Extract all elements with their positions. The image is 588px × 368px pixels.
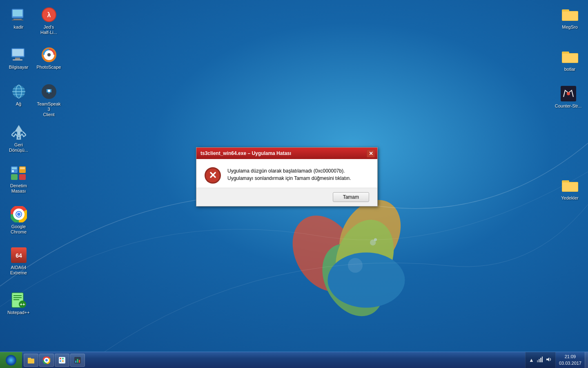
svg-rect-17 [15, 58, 20, 59]
teamspeak-label: TeamSpeak 3 Client [35, 101, 62, 118]
taskbar-chrome[interactable] [39, 354, 54, 367]
desktop-icon-aida64[interactable]: 64 AIDA64 Extreme [3, 245, 34, 277]
counter-icon [560, 85, 577, 102]
svg-point-21 [47, 53, 51, 56]
svg-rect-16 [12, 49, 24, 56]
denetim-icon [11, 165, 27, 182]
svg-rect-33 [20, 167, 25, 169]
desktop-icon-botlar[interactable]: botlar [555, 47, 585, 74]
svg-rect-45 [13, 297, 22, 298]
svg-point-67 [60, 360, 61, 362]
botlar-label: botlar [564, 67, 576, 72]
svg-point-56 [567, 92, 570, 95]
desktop-icon-denetim[interactable]: Denetim Masası [3, 164, 34, 195]
dialog-title: ts3client_win64.exe – Uygulama Hatası [200, 150, 291, 156]
desktop-icon-counter[interactable]: Counter-Str... [553, 84, 584, 110]
error-message: Uygulama düzgün olarak başlatılamadı (0x… [227, 167, 369, 182]
recycle-icon [11, 124, 27, 141]
error-dialog: ts3client_win64.exe – Uygulama Hatası ✕ … [196, 147, 378, 206]
svg-rect-74 [539, 359, 540, 362]
svg-rect-11 [12, 20, 23, 20]
svg-text:λ: λ [47, 11, 51, 18]
ag-icon [11, 83, 27, 100]
svg-rect-72 [79, 360, 80, 363]
svg-rect-70 [75, 361, 76, 363]
desktop-icon-ag[interactable]: Ağ [3, 82, 34, 108]
svg-rect-61 [28, 358, 31, 359]
dialog-close-button[interactable]: ✕ [367, 149, 375, 157]
jeds-icon: λ [41, 7, 57, 23]
bilgisayar-icon [11, 47, 27, 63]
svg-text:64: 64 [16, 252, 22, 259]
svg-rect-51 [562, 11, 578, 20]
clock-date: 03.03.2017 [559, 360, 581, 366]
taskbar-explorer[interactable] [24, 354, 38, 367]
svg-point-28 [48, 90, 50, 92]
svg-rect-46 [13, 299, 19, 300]
recycle-label: Geri Dönüşü... [9, 142, 28, 153]
desktop-icon-kadir[interactable]: kadir [3, 5, 34, 31]
photoscape-label: PhotoScape [37, 65, 61, 70]
start-button[interactable] [0, 352, 22, 368]
kadir-label: kadir [14, 25, 24, 30]
svg-point-66 [62, 358, 64, 359]
aida64-label: AIDA64 Extreme [10, 265, 27, 276]
desktop-icon-photoscape[interactable]: PhotoScape [33, 45, 64, 72]
svg-rect-76 [542, 357, 543, 362]
desktop-icon-notepadpp[interactable]: ++ Notepad++ [3, 290, 34, 317]
dialog-ok-button[interactable]: Tamam [333, 192, 369, 202]
taskbar-paint[interactable] [55, 354, 69, 367]
dialog-body: ✕ Uygulama düzgün olarak başlatılamadı (… [196, 159, 377, 188]
svg-rect-54 [562, 54, 578, 63]
svg-rect-44 [13, 295, 22, 296]
megsro-icon [562, 7, 578, 23]
chrome-label: Google Chrome [11, 224, 27, 235]
desktop-icon-yedekler[interactable]: Yedekler [555, 176, 585, 202]
svg-rect-34 [11, 174, 18, 180]
svg-rect-35 [19, 174, 26, 180]
desktop-icon-jeds[interactable]: λ Jed's Half-Li... [33, 5, 64, 37]
kadir-icon [11, 7, 27, 23]
chrome-icon [11, 206, 27, 222]
desktop-icon-bilgisayar[interactable]: Bilgisayar [3, 45, 34, 72]
svg-rect-18 [13, 59, 22, 61]
aida64-icon: 64 [11, 247, 27, 263]
taskbar-items [24, 352, 525, 368]
desktop-icon-recycle[interactable]: Geri Dönüşü... [3, 123, 34, 155]
svg-rect-73 [537, 360, 538, 362]
svg-rect-71 [77, 359, 78, 363]
counter-label: Counter-Str... [555, 103, 581, 109]
desktop-icon-megsro[interactable]: MegSro [555, 5, 585, 31]
dialog-titlebar[interactable]: ts3client_win64.exe – Uygulama Hatası ✕ [196, 148, 377, 159]
svg-point-68 [62, 360, 64, 362]
desktop: kadir λ Jed's Half-Li... [0, 0, 588, 368]
svg-point-39 [17, 213, 20, 216]
botlar-icon [562, 49, 578, 65]
ag-label: Ağ [16, 101, 21, 107]
svg-rect-59 [562, 182, 578, 191]
svg-marker-77 [546, 357, 549, 361]
taskbar: ▲ 21:09 03.03.2017 [0, 352, 588, 368]
denetim-label: Denetim Masası [10, 183, 27, 194]
svg-rect-31 [12, 170, 14, 172]
error-icon: ✕ [205, 167, 221, 184]
svg-text:++: ++ [20, 302, 25, 307]
clock[interactable]: 21:09 03.03.2017 [556, 352, 585, 368]
teamspeak-icon [41, 83, 57, 100]
desktop-icon-chrome[interactable]: Google Chrome [3, 204, 34, 236]
svg-rect-75 [540, 358, 541, 362]
show-desktop-button[interactable] [585, 352, 588, 368]
yedekler-icon [562, 177, 578, 194]
jeds-label: Jed's Half-Li... [40, 25, 57, 35]
tray-up-arrow[interactable]: ▲ [529, 357, 534, 363]
svg-point-65 [60, 358, 61, 359]
system-tray: ▲ [525, 352, 556, 368]
taskbar-taskman[interactable] [70, 354, 85, 367]
desktop-icon-teamspeak[interactable]: TeamSpeak 3 Client [33, 82, 64, 119]
svg-rect-64 [59, 357, 65, 364]
megsro-label: MegSro [562, 25, 578, 30]
notepadpp-icon: ++ [11, 292, 27, 308]
notepadpp-label: Notepad++ [7, 310, 29, 315]
svg-rect-9 [13, 10, 22, 16]
tray-network-icon [537, 356, 543, 364]
